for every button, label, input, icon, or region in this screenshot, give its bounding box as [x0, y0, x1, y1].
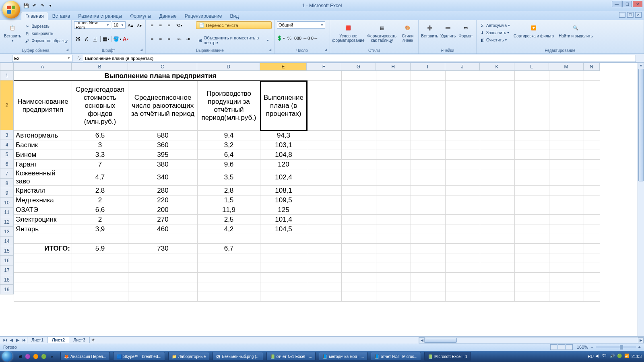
row-header[interactable]: 9 — [0, 188, 14, 198]
copy-button[interactable]: ⎘Копировать — [24, 30, 68, 37]
number-launcher-icon[interactable]: ◢ — [323, 48, 328, 53]
ql-icon[interactable]: 🖥 — [16, 353, 23, 360]
tray-icon[interactable]: 🛡 — [603, 354, 608, 359]
zoom-out-icon[interactable]: − — [590, 345, 593, 350]
column-header[interactable]: N — [584, 63, 600, 71]
tab-view[interactable]: Вид — [226, 12, 243, 20]
row-header[interactable]: 17 — [0, 265, 14, 275]
column-header[interactable]: H — [376, 63, 411, 71]
insert-cells-button[interactable]: ➕Вставить — [421, 21, 438, 39]
normal-view-icon[interactable] — [550, 344, 557, 350]
tray-icon[interactable]: 🟢 — [617, 354, 623, 359]
taskbar-item[interactable]: 🦊Анастасия Перел... — [60, 352, 110, 361]
tab-layout[interactable]: Разметка страницы — [74, 12, 126, 20]
wb-minimize-button[interactable]: ― — [619, 12, 625, 18]
spreadsheet-grid[interactable]: ABCDEFGHIJKLMN 1234567891011121314151617… — [0, 63, 644, 336]
sheet-prev-icon[interactable]: ◀ — [8, 337, 14, 343]
page-break-view-icon[interactable] — [566, 344, 573, 350]
fill-color-button[interactable]: 🪣▼ — [114, 35, 122, 43]
tab-formulas[interactable]: Формулы — [126, 12, 155, 20]
zoom-slider[interactable] — [596, 346, 636, 348]
increase-decimal-icon[interactable]: ←0 — [302, 34, 310, 42]
row-header[interactable]: 1 — [0, 71, 14, 80]
office-button[interactable] — [2, 1, 20, 19]
column-header[interactable]: C — [128, 63, 197, 71]
clipboard-launcher-icon[interactable]: ◢ — [65, 48, 70, 53]
sheet-tab[interactable]: Лист1 — [27, 337, 48, 343]
tray-icon[interactable]: 🔊 — [610, 354, 615, 359]
new-sheet-icon[interactable]: ✳ — [91, 337, 95, 343]
align-bottom-icon[interactable]: ≡ — [165, 21, 173, 29]
autosum-button[interactable]: ΣАвтосумма▼ — [479, 22, 510, 29]
tray-icon[interactable]: 📶 — [624, 354, 630, 359]
row-header[interactable]: 10 — [0, 198, 14, 208]
row-header[interactable]: 13 — [0, 227, 14, 237]
start-button[interactable] — [0, 351, 14, 362]
tab-insert[interactable]: Вставка — [48, 12, 74, 20]
paste-button[interactable]: 📋 Вставить ▼ — [2, 21, 23, 43]
format-as-table-button[interactable]: ▦Форматировать как таблицу — [366, 21, 398, 43]
formula-input[interactable]: Выполнение плана (в процентах) — [83, 55, 636, 62]
format-painter-button[interactable]: 🖌Формат по образцу — [24, 37, 68, 44]
comma-icon[interactable]: 000 — [294, 34, 302, 42]
alignment-launcher-icon[interactable]: ◢ — [268, 48, 272, 53]
italic-button[interactable]: К — [83, 35, 91, 43]
underline-button[interactable]: Ч — [91, 35, 99, 43]
column-header[interactable]: K — [480, 63, 514, 71]
row-header[interactable]: 3 — [0, 130, 14, 140]
cut-button[interactable]: ✂Вырезать — [24, 23, 68, 29]
minimize-button[interactable]: ― — [612, 1, 621, 7]
row-header[interactable]: 8 — [0, 179, 14, 188]
row-header[interactable]: 12 — [0, 217, 14, 227]
column-header[interactable]: J — [445, 63, 480, 71]
indent-increase-icon[interactable]: ⇥ — [184, 35, 192, 43]
number-format-combo[interactable]: Общий▼ — [277, 21, 325, 29]
column-header[interactable]: E — [260, 63, 307, 71]
row-header[interactable]: 15 — [0, 246, 14, 256]
lang-indicator[interactable]: RU — [588, 354, 594, 359]
vertical-scrollbar[interactable]: ▲ — [638, 63, 644, 336]
taskbar-item[interactable]: 🟦Skype™ - breathed... — [113, 352, 165, 361]
row-header[interactable]: 16 — [0, 256, 14, 265]
close-button[interactable]: ✕ — [633, 1, 642, 7]
page-layout-view-icon[interactable] — [558, 344, 565, 350]
row-headers[interactable]: 12345678910111213141516171819 — [0, 71, 14, 294]
tray-icon[interactable]: ◀ — [595, 354, 601, 359]
sheet-last-icon[interactable]: ⏭ — [21, 337, 27, 343]
row-header[interactable]: 6 — [0, 159, 14, 169]
find-select-button[interactable]: 🔍Найти и выделить — [557, 21, 594, 39]
sheet-tab[interactable]: Лист3 — [69, 337, 90, 343]
column-header[interactable]: B — [72, 63, 128, 71]
decrease-decimal-icon[interactable]: 0→ — [311, 34, 319, 42]
qat-dropdown-icon[interactable]: ▼ — [47, 2, 54, 9]
bold-button[interactable]: Ж — [74, 35, 82, 43]
maximize-button[interactable]: ☐ — [622, 1, 632, 7]
select-all-corner[interactable] — [0, 63, 14, 71]
column-header[interactable]: M — [549, 63, 584, 71]
ql-icon[interactable]: 🟠 — [32, 353, 39, 360]
row-header[interactable]: 18 — [0, 275, 14, 285]
wrap-text-button[interactable]: 📄Перенос текста — [196, 21, 272, 29]
align-right-icon[interactable]: ≡ — [165, 35, 173, 43]
taskbar-item[interactable]: 📁Лабораторные — [168, 352, 209, 361]
border-button[interactable]: ▦▼ — [102, 35, 110, 43]
column-header[interactable]: F — [307, 63, 341, 71]
undo-icon[interactable]: ↶ — [31, 2, 38, 9]
sort-filter-button[interactable]: 🔽Сортировка и фильтр — [512, 21, 555, 39]
column-header[interactable]: D — [197, 63, 260, 71]
wb-close-button[interactable]: ✕ — [635, 12, 642, 18]
zoom-level[interactable]: 160% — [577, 345, 588, 350]
sheet-next-icon[interactable]: ▶ — [14, 337, 21, 343]
name-box[interactable]: E2▼ — [12, 55, 72, 62]
align-middle-icon[interactable]: ≡ — [157, 21, 165, 29]
taskbar-item[interactable]: 📗отчёт №1 Excel - ... — [266, 352, 316, 361]
font-name-combo[interactable]: Times New Rom▼ — [74, 21, 111, 29]
merge-center-button[interactable]: ⊞Объединить и поместить в центре▼ — [196, 35, 272, 46]
ql-icon[interactable]: » — [48, 353, 56, 360]
wb-restore-button[interactable]: ☐ — [627, 12, 634, 18]
taskbar-item[interactable]: 📘методичка моя - ... — [319, 352, 367, 361]
font-color-button[interactable]: A▼ — [122, 35, 130, 43]
tab-data[interactable]: Данные — [155, 12, 180, 20]
ql-icon[interactable]: 🟣 — [24, 353, 31, 360]
save-icon[interactable]: 💾 — [23, 2, 30, 9]
